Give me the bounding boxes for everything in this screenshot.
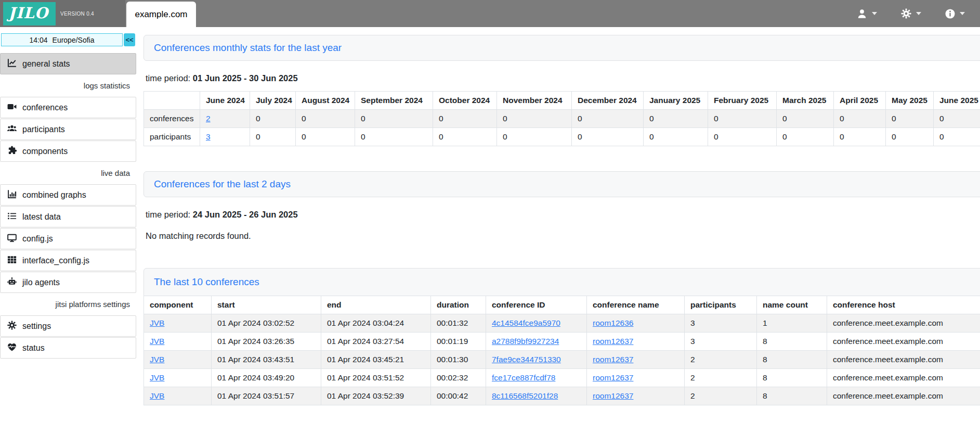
component-link[interactable]: JVB bbox=[150, 391, 164, 400]
conference-id-link[interactable]: a2788f9bf9927234 bbox=[492, 337, 559, 346]
sidebar-item-config-js[interactable]: config.js bbox=[0, 228, 136, 249]
column-header: October 2024 bbox=[433, 92, 497, 110]
sidebar-item-general-stats[interactable]: general stats bbox=[0, 53, 136, 74]
table-cell: JVB bbox=[144, 333, 212, 351]
table-cell-duration: 00:01:30 bbox=[431, 351, 486, 369]
sidebar-item-label: general stats bbox=[22, 59, 70, 69]
column-header: conference name bbox=[587, 296, 685, 314]
component-link[interactable]: JVB bbox=[150, 337, 164, 346]
component-link[interactable]: JVB bbox=[150, 355, 164, 364]
column-header: July 2024 bbox=[250, 92, 296, 110]
table-cell-host: conference.meet.example.com bbox=[827, 387, 980, 405]
caret-down-icon bbox=[916, 12, 921, 15]
gear-icon bbox=[7, 321, 17, 332]
caret-down-icon bbox=[960, 12, 965, 15]
panel-monthly-stats-title[interactable]: Conferences monthly stats for the last y… bbox=[154, 42, 342, 53]
column-header: conference ID bbox=[486, 296, 587, 314]
list-icon bbox=[7, 211, 17, 223]
conference-name-link[interactable]: room12636 bbox=[593, 318, 633, 327]
jilo-logo[interactable]: JILO bbox=[3, 2, 56, 25]
sidebar-item-conferences[interactable]: conferences bbox=[0, 97, 136, 118]
table-cell: 0 bbox=[572, 128, 644, 146]
sidebar-item-participants[interactable]: participants bbox=[0, 119, 136, 140]
settings-menu-button[interactable] bbox=[889, 0, 933, 27]
column-header: conference host bbox=[827, 296, 980, 314]
sidebar-item-label: settings bbox=[22, 322, 51, 331]
table-cell: 0 bbox=[572, 110, 644, 128]
table-cell-start: 01 Apr 2024 03:51:57 bbox=[212, 387, 321, 405]
table-cell-duration: 00:00:42 bbox=[431, 387, 486, 405]
table-cell: 0 bbox=[834, 128, 886, 146]
column-header: end bbox=[321, 296, 431, 314]
last-2-days-time-period: time period: 24 Jun 2025 - 26 Jun 2025 bbox=[146, 210, 980, 220]
table-cell: 0 bbox=[934, 128, 980, 146]
table-cell: room12637 bbox=[587, 387, 685, 405]
table-row-conferences: conferences 2 0 0 0 0 0 0 0 0 0 0 0 0 bbox=[144, 110, 980, 128]
component-link[interactable]: JVB bbox=[150, 373, 164, 382]
table-cell-participants: 2 bbox=[685, 387, 757, 405]
table-cell-participants: 3 bbox=[685, 333, 757, 351]
conferences-count-link[interactable]: 2 bbox=[206, 114, 211, 123]
table-cell: 0 bbox=[644, 128, 708, 146]
table-cell: 0 bbox=[834, 110, 886, 128]
sidebar-item-label: components bbox=[22, 147, 68, 156]
sidebar-item-label: jilo agents bbox=[22, 278, 60, 287]
column-header: September 2024 bbox=[355, 92, 433, 110]
conference-row: JVB 01 Apr 2024 03:43:51 01 Apr 2024 03:… bbox=[144, 351, 980, 369]
user-menu-button[interactable] bbox=[845, 0, 889, 27]
table-cell: 0 bbox=[296, 128, 355, 146]
table-cell-duration: 00:01:32 bbox=[431, 314, 486, 333]
table-cell-host: conference.meet.example.com bbox=[827, 369, 980, 387]
conference-id-link[interactable]: 7fae9ce344751330 bbox=[492, 355, 561, 364]
topbar-brand-area: JILO VERSION 0.4 bbox=[0, 0, 125, 27]
main-content: Conferences monthly stats for the last y… bbox=[136, 27, 980, 421]
table-cell: 7fae9ce344751330 bbox=[486, 351, 587, 369]
puzzle-piece-icon bbox=[7, 146, 17, 157]
sidebar-item-settings[interactable]: settings bbox=[0, 315, 136, 337]
sidebar-item-status[interactable]: status bbox=[0, 337, 136, 359]
column-header: name count bbox=[757, 296, 827, 314]
no-records-message: No matching records found. bbox=[146, 231, 980, 241]
clock-widget: 14:04 Europe/Sofia << bbox=[1, 33, 135, 46]
sidebar-item-combined-graphs[interactable]: combined graphs bbox=[0, 184, 136, 206]
conference-id-link[interactable]: fce17ce887fcdf78 bbox=[492, 373, 555, 382]
table-cell: 0 bbox=[296, 110, 355, 128]
info-menu-button[interactable] bbox=[933, 0, 977, 27]
line-chart-icon bbox=[7, 58, 17, 70]
table-cell: 0 bbox=[497, 110, 572, 128]
sidebar-item-label: participants bbox=[22, 125, 65, 134]
topbar-actions bbox=[845, 0, 977, 27]
panel-last-10-title[interactable]: The last 10 conferences bbox=[154, 276, 259, 287]
panel-last-2-days-title[interactable]: Conferences for the last 2 days bbox=[154, 178, 291, 189]
participants-count-link[interactable]: 3 bbox=[206, 132, 211, 141]
table-row-participants: participants 3 0 0 0 0 0 0 0 0 0 0 0 0 bbox=[144, 128, 980, 146]
component-link[interactable]: JVB bbox=[150, 318, 164, 327]
table-cell-start: 01 Apr 2024 03:02:52 bbox=[212, 314, 321, 333]
tab-example-com[interactable]: example.com bbox=[126, 2, 196, 27]
sidebar-item-components[interactable]: components bbox=[0, 141, 136, 162]
table-cell: 3 bbox=[200, 128, 250, 146]
gear-icon bbox=[901, 8, 911, 19]
conference-row: JVB 01 Apr 2024 03:26:35 01 Apr 2024 03:… bbox=[144, 333, 980, 351]
table-cell: 0 bbox=[708, 110, 777, 128]
conference-row: JVB 01 Apr 2024 03:51:57 01 Apr 2024 03:… bbox=[144, 387, 980, 405]
conference-name-link[interactable]: room12637 bbox=[593, 391, 633, 400]
table-cell-host: conference.meet.example.com bbox=[827, 351, 980, 369]
conference-id-link[interactable]: 4c14584fce9a5970 bbox=[492, 318, 560, 327]
sidebar: 14:04 Europe/Sofia << general stats logs… bbox=[0, 27, 136, 359]
sidebar-item-label: config.js bbox=[22, 234, 53, 244]
sidebar-item-interface-config-js[interactable]: interface_config.js bbox=[0, 250, 136, 271]
conference-name-link[interactable]: room12637 bbox=[593, 373, 633, 382]
conference-name-link[interactable]: room12637 bbox=[593, 355, 633, 364]
sidebar-item-jilo-agents[interactable]: jilo agents bbox=[0, 272, 136, 293]
column-header: December 2024 bbox=[572, 92, 644, 110]
sidebar-collapse-button[interactable]: << bbox=[124, 33, 135, 46]
conference-name-link[interactable]: room12637 bbox=[593, 337, 633, 346]
table-cell: 0 bbox=[250, 110, 296, 128]
conference-id-link[interactable]: 8c116568f5201f28 bbox=[492, 391, 558, 400]
sidebar-item-latest-data[interactable]: latest data bbox=[0, 206, 136, 227]
monitor-icon bbox=[7, 233, 17, 245]
monthly-stats-table: June 2024 July 2024 August 2024 Septembe… bbox=[143, 91, 980, 146]
column-header: start bbox=[212, 296, 321, 314]
table-cell-start: 01 Apr 2024 03:49:20 bbox=[212, 369, 321, 387]
